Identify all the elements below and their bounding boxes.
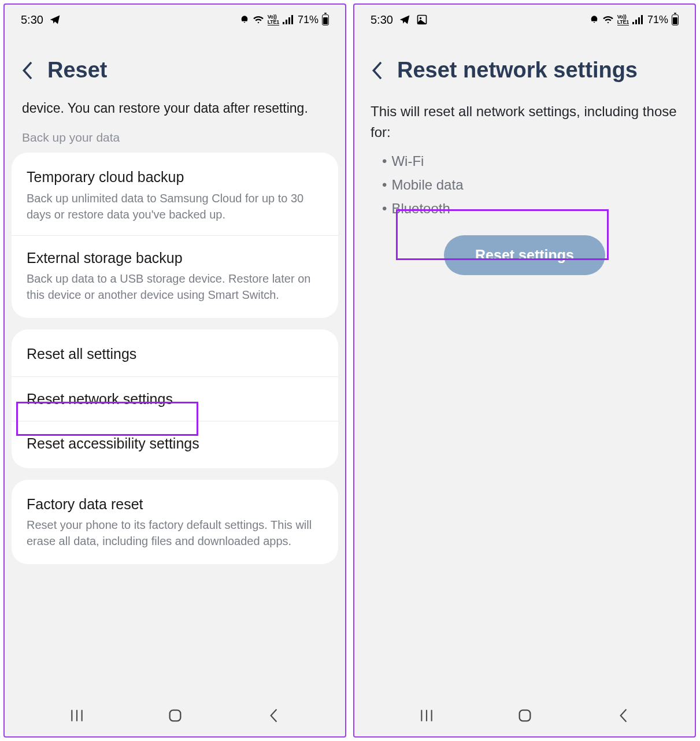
back-nav-icon[interactable] [266,708,280,723]
item-sub: Back up data to a USB storage device. Re… [27,271,323,303]
battery-icon [322,14,329,25]
page-title: Reset network settings [397,58,638,83]
item-title: Reset network settings [27,390,323,409]
description-text: This will reset all network settings, in… [359,99,690,150]
item-title: Reset accessibility settings [27,434,323,453]
phone-right: 5:30 Vo))LTE1 71% Reset network settings… [353,3,696,738]
svg-rect-13 [641,15,643,24]
page-header: Reset network settings [354,35,695,99]
item-sub: Reset your phone to its factory default … [27,517,323,549]
factory-card: Factory data reset Reset your phone to i… [12,480,338,565]
back-icon[interactable] [371,61,383,80]
item-title: Temporary cloud backup [27,168,323,187]
telegram-icon [399,14,410,25]
clock: 5:30 [371,13,393,27]
page-title: Reset [47,58,108,83]
backup-card: Temporary cloud backup Back up unlimited… [12,153,338,318]
reset-settings-button[interactable]: Reset settings [444,235,605,275]
content-area: This will reset all network settings, in… [354,99,695,695]
item-title: Factory data reset [27,495,323,514]
svg-rect-12 [638,17,640,24]
image-icon [416,14,428,25]
bullet-list: •Wi-Fi •Mobile data •Bluetooth [359,150,690,220]
svg-rect-1 [286,20,287,24]
status-bar: 5:30 Vo))LTE1 71% [5,5,345,35]
item-sub: Back up unlimited data to Samsung Cloud … [27,190,323,223]
bullet-mobile-data: •Mobile data [382,173,679,197]
svg-rect-3 [291,15,293,24]
nav-bar [354,695,695,736]
telegram-icon [49,14,61,25]
status-bar: 5:30 Vo))LTE1 71% [354,5,695,35]
back-nav-icon[interactable] [616,708,630,723]
recents-icon[interactable] [419,708,434,723]
intro-text: device. You can restore your data after … [12,99,338,131]
battery-percent: 71% [298,14,318,26]
phone-left: 5:30 Vo))LTE1 71% Reset device. You can … [3,3,346,738]
svg-rect-7 [170,710,181,721]
signal-icon [632,15,644,24]
wifi-icon [253,15,264,24]
bullet-wifi: •Wi-Fi [382,150,679,173]
item-reset-network-settings[interactable]: Reset network settings [12,376,338,421]
item-title: External storage backup [27,249,323,268]
nav-bar [5,695,345,736]
battery-percent: 71% [647,14,668,26]
recents-icon[interactable] [69,708,84,723]
content-area: device. You can restore your data after … [5,99,345,695]
bullet-label: Bluetooth [391,197,450,221]
back-icon[interactable] [21,61,34,80]
wifi-icon [602,15,614,24]
svg-rect-0 [283,22,284,24]
svg-rect-17 [520,710,531,721]
volte-indicator: Vo))LTE1 [268,14,279,25]
home-icon[interactable] [167,707,183,724]
alarm-icon [590,14,599,25]
svg-rect-10 [632,22,634,24]
item-title: Reset all settings [27,344,323,364]
svg-rect-2 [288,17,290,24]
bullet-bluetooth: •Bluetooth [382,197,679,221]
page-header: Reset [5,35,345,99]
item-reset-accessibility-settings[interactable]: Reset accessibility settings [12,421,338,466]
bullet-label: Mobile data [391,173,463,197]
svg-rect-11 [635,20,637,24]
item-factory-data-reset[interactable]: Factory data reset Reset your phone to i… [12,482,338,562]
item-temp-cloud-backup[interactable]: Temporary cloud backup Back up unlimited… [12,155,338,235]
item-external-storage-backup[interactable]: External storage backup Back up data to … [12,235,338,316]
reset-card: Reset all settings Reset network setting… [12,329,338,468]
home-icon[interactable] [517,707,533,724]
section-label: Back up your data [12,131,338,153]
bullet-label: Wi-Fi [391,150,424,173]
volte-indicator: Vo))LTE1 [617,14,629,25]
alarm-icon [240,14,249,25]
clock: 5:30 [21,13,43,27]
signal-icon [283,15,294,24]
item-reset-all-settings[interactable]: Reset all settings [12,332,338,376]
battery-icon [672,14,679,25]
svg-point-9 [420,17,421,19]
